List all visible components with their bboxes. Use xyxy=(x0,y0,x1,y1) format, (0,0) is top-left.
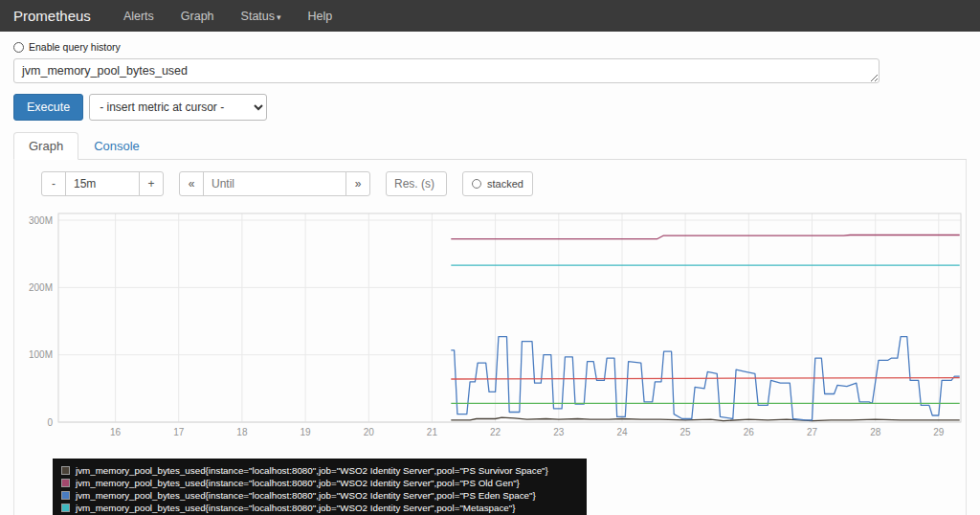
resolution-input[interactable] xyxy=(386,171,447,196)
stacked-toggle[interactable]: stacked xyxy=(462,171,533,196)
nav-help[interactable]: Help xyxy=(308,10,333,23)
legend-swatch xyxy=(61,479,70,487)
legend-row: jvm_memory_pool_bytes_used{instance="loc… xyxy=(61,464,578,477)
execute-row: Execute - insert metric at cursor - xyxy=(13,94,967,121)
legend-label: jvm_memory_pool_bytes_used{instance="loc… xyxy=(76,503,516,513)
graph-panel: - + « » stacked 161718192021222324252627… xyxy=(13,160,967,515)
time-back-button[interactable]: « xyxy=(179,171,204,196)
range-control-group: - + xyxy=(41,171,164,196)
query-history-checkbox[interactable] xyxy=(13,42,24,53)
range-increase-button[interactable]: + xyxy=(139,171,164,196)
svg-text:25: 25 xyxy=(680,427,692,437)
main-content: Enable query history jvm_memory_pool_byt… xyxy=(0,32,980,515)
chart-svg[interactable]: 16171819202122232425262728290100M200M300… xyxy=(24,204,967,443)
svg-text:28: 28 xyxy=(870,427,881,437)
nav-alerts[interactable]: Alerts xyxy=(123,10,154,23)
svg-text:20: 20 xyxy=(364,427,375,437)
svg-text:18: 18 xyxy=(236,427,248,437)
nav-graph[interactable]: Graph xyxy=(181,10,214,23)
brand-link[interactable]: Prometheus xyxy=(13,8,91,24)
stacked-checkbox[interactable] xyxy=(472,179,481,189)
navbar: Prometheus Alerts Graph Status▾ Help xyxy=(0,0,980,32)
svg-text:19: 19 xyxy=(301,427,312,437)
svg-text:21: 21 xyxy=(427,427,438,437)
query-input[interactable]: jvm_memory_pool_bytes_used xyxy=(13,58,880,83)
legend-swatch xyxy=(61,504,70,512)
svg-text:29: 29 xyxy=(933,427,945,437)
time-control-group: « » xyxy=(179,171,370,196)
svg-text:16: 16 xyxy=(110,427,122,437)
legend-swatch xyxy=(61,466,70,475)
stacked-label: stacked xyxy=(487,178,523,190)
legend: jvm_memory_pool_bytes_used{instance="loc… xyxy=(53,459,587,515)
query-history-row: Enable query history xyxy=(13,41,967,53)
svg-text:26: 26 xyxy=(744,427,755,437)
chart[interactable]: 16171819202122232425262728290100M200M300… xyxy=(24,204,962,447)
range-input[interactable] xyxy=(65,171,140,196)
caret-down-icon: ▾ xyxy=(277,12,281,22)
legend-label: jvm_memory_pool_bytes_used{instance="loc… xyxy=(76,490,536,501)
svg-text:0: 0 xyxy=(47,417,53,428)
svg-text:23: 23 xyxy=(553,427,565,437)
svg-text:200M: 200M xyxy=(29,282,53,293)
tab-graph[interactable]: Graph xyxy=(13,132,78,160)
legend-label: jvm_memory_pool_bytes_used{instance="loc… xyxy=(76,465,548,476)
nav-status-label: Status xyxy=(241,10,275,23)
query-history-label: Enable query history xyxy=(29,41,121,53)
time-forward-button[interactable]: » xyxy=(345,171,370,196)
execute-button[interactable]: Execute xyxy=(13,94,83,121)
svg-text:300M: 300M xyxy=(29,215,53,226)
until-input[interactable] xyxy=(203,171,346,196)
svg-text:22: 22 xyxy=(490,427,501,437)
svg-text:17: 17 xyxy=(173,427,185,437)
legend-row: jvm_memory_pool_bytes_used{instance="loc… xyxy=(61,477,578,489)
svg-text:24: 24 xyxy=(616,427,628,437)
legend-row: jvm_memory_pool_bytes_used{instance="loc… xyxy=(61,489,578,502)
legend-swatch xyxy=(61,491,70,500)
legend-label: jvm_memory_pool_bytes_used{instance="loc… xyxy=(76,478,520,488)
result-tabs: Graph Console xyxy=(13,132,967,160)
range-decrease-button[interactable]: - xyxy=(41,171,66,196)
tab-console[interactable]: Console xyxy=(78,132,155,160)
nav-status-dropdown[interactable]: Status▾ xyxy=(241,10,281,23)
graph-controls: - + « » stacked xyxy=(41,171,962,196)
insert-metric-select[interactable]: - insert metric at cursor - xyxy=(89,94,267,121)
legend-row: jvm_memory_pool_bytes_used{instance="loc… xyxy=(61,502,578,514)
svg-text:100M: 100M xyxy=(29,349,53,360)
svg-text:27: 27 xyxy=(807,427,818,437)
